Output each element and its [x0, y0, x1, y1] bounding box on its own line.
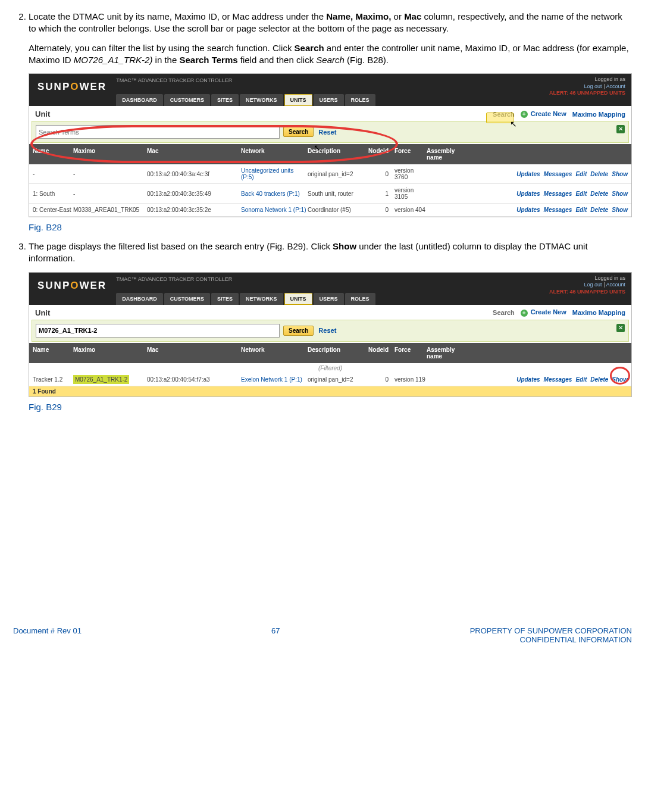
col-mac[interactable]: Mac — [147, 148, 241, 161]
unit-toolbar: Unit Search + Create New Maximo Mapping — [29, 106, 631, 121]
table-row: Tracker 1.2M0726_A1_TRK1-200:13:a2:00:40… — [29, 373, 631, 386]
action-show[interactable]: Show — [612, 376, 628, 383]
grid-body: --00:13:a2:00:40:3a:4c:3fUncategorized u… — [29, 164, 631, 217]
step-2: Locate the DTMAC unit by its name, Maxim… — [29, 11, 632, 232]
col-assembly[interactable]: Assembly name — [427, 148, 465, 161]
action-show[interactable]: Show — [612, 207, 628, 213]
cell-force: version 3105 — [394, 187, 427, 200]
bold: Mac — [404, 11, 421, 21]
search-link[interactable]: Search — [493, 309, 515, 316]
tab-customers[interactable]: CUSTOMERS — [164, 94, 210, 106]
action-updates[interactable]: Updates — [516, 376, 540, 383]
unit-toolbar: Unit Search + Create New Maximo Mapping — [29, 305, 631, 320]
col-force[interactable]: Force — [394, 148, 427, 161]
tab-users[interactable]: USERS — [314, 94, 344, 106]
col-network[interactable]: Network — [241, 148, 308, 161]
step-2-para-1: Locate the DTMAC unit by its name, Maxim… — [29, 11, 632, 35]
action-edit[interactable]: Edit — [575, 207, 587, 213]
action-show[interactable]: Show — [612, 171, 628, 177]
search-link[interactable]: Search — [493, 111, 515, 118]
italic: Search — [316, 55, 345, 65]
tab-dashboard[interactable]: DASHBOARD — [116, 94, 163, 106]
cell-network[interactable]: Sonoma Network 1 (P:1) — [241, 207, 308, 213]
create-new-link[interactable]: + Create New — [521, 308, 566, 316]
action-edit[interactable]: Edit — [575, 376, 587, 383]
col-mac[interactable]: Mac — [147, 346, 241, 360]
tab-networks[interactable]: NETWORKS — [240, 293, 283, 305]
action-delete[interactable]: Delete — [590, 207, 608, 213]
maximo-mapping-link[interactable]: Maximo Mapping — [572, 309, 625, 316]
bold: Search Terms — [179, 55, 237, 65]
footer-conf: CONFIDENTIAL INFORMATION — [470, 635, 632, 644]
action-updates[interactable]: Updates — [516, 207, 540, 213]
login-info: Logged in as Log out | Account ALERT: 46… — [549, 273, 631, 296]
action-edit[interactable]: Edit — [575, 190, 587, 197]
logout-link[interactable]: Log out — [584, 83, 602, 89]
italic: MO726_A1_TRK-2) — [74, 55, 153, 65]
action-delete[interactable]: Delete — [590, 171, 608, 177]
tab-networks[interactable]: NETWORKS — [240, 94, 283, 106]
col-description[interactable]: Description — [308, 148, 359, 161]
col-description[interactable]: Description — [308, 346, 359, 360]
col-force[interactable]: Force — [394, 346, 427, 360]
action-messages[interactable]: Messages — [544, 376, 572, 383]
alert-unmapped[interactable]: ALERT: 46 UNMAPPED UNITS — [549, 289, 625, 296]
tab-units[interactable]: UNITS — [284, 94, 312, 106]
reset-link[interactable]: Reset — [318, 327, 336, 334]
tab-roles[interactable]: ROLES — [345, 293, 375, 305]
col-network[interactable]: Network — [241, 346, 308, 360]
account-link[interactable]: Account — [606, 282, 625, 288]
cell-network[interactable]: Uncategorized units (P:5) — [241, 167, 308, 180]
screenshot-fig-b28: SUNPOWER TMAC™ ADVANCED TRACKER CONTROLL… — [29, 73, 632, 217]
maximo-mapping-link[interactable]: Maximo Mapping — [572, 111, 625, 118]
tab-customers[interactable]: CUSTOMERS — [164, 293, 210, 305]
col-nodeid[interactable]: Nodeid — [359, 346, 394, 360]
tab-users[interactable]: USERS — [314, 293, 344, 305]
cell-force: version 3760 — [394, 167, 427, 180]
search-input[interactable] — [36, 125, 280, 139]
reset-link[interactable]: Reset — [318, 129, 336, 136]
nav-tabs: DASHBOARD CUSTOMERS SITES NETWORKS UNITS… — [116, 83, 549, 106]
tab-dashboard[interactable]: DASHBOARD — [116, 293, 163, 305]
col-maximo[interactable]: Maximo — [73, 346, 147, 360]
tab-roles[interactable]: ROLES — [345, 94, 375, 106]
tab-sites[interactable]: SITES — [211, 293, 239, 305]
close-icon[interactable]: ✕ — [616, 125, 625, 133]
action-show[interactable]: Show — [612, 190, 628, 197]
tab-units[interactable]: UNITS — [284, 293, 312, 305]
action-updates[interactable]: Updates — [516, 190, 540, 197]
search-input[interactable] — [36, 324, 280, 338]
create-new-link[interactable]: + Create New — [521, 110, 566, 118]
cell-network[interactable]: Back 40 trackers (P:1) — [241, 190, 308, 197]
close-icon[interactable]: ✕ — [616, 324, 625, 332]
logo-o: O — [70, 81, 79, 92]
cell-description: Coordinator (#5) — [308, 207, 359, 213]
table-row: 1: South-00:13:a2:00:40:3c:35:49Back 40 … — [29, 184, 631, 204]
action-edit[interactable]: Edit — [575, 171, 587, 177]
cell-maximo: M0338_AREA01_TRK05 — [73, 207, 147, 213]
action-messages[interactable]: Messages — [544, 171, 572, 177]
cell-nodeid: 0 — [359, 171, 394, 177]
action-messages[interactable]: Messages — [544, 207, 572, 213]
col-name[interactable]: Name — [33, 346, 73, 360]
tab-sites[interactable]: SITES — [211, 94, 239, 106]
action-updates[interactable]: Updates — [516, 171, 540, 177]
text: field and then click — [240, 55, 317, 65]
create-new-label: Create New — [531, 308, 566, 316]
col-maximo[interactable]: Maximo — [73, 148, 147, 161]
account-link[interactable]: Account — [606, 83, 625, 89]
logged-in-label: Logged in as — [594, 76, 625, 82]
col-name[interactable]: Name — [33, 148, 73, 161]
alert-unmapped[interactable]: ALERT: 46 UNMAPPED UNITS — [549, 90, 625, 97]
col-nodeid[interactable]: Nodeid — [359, 148, 394, 161]
action-delete[interactable]: Delete — [590, 190, 608, 197]
action-delete[interactable]: Delete — [590, 376, 608, 383]
search-button[interactable]: Search — [283, 326, 314, 336]
footer-property: PROPERTY OF SUNPOWER CORPORATION — [470, 626, 632, 635]
action-messages[interactable]: Messages — [544, 190, 572, 197]
col-assembly[interactable]: Assembly name — [427, 346, 465, 360]
logout-link[interactable]: Log out — [584, 282, 602, 288]
cell-network[interactable]: Exelon Network 1 (P:1) — [241, 376, 308, 383]
search-button[interactable]: Search — [283, 127, 314, 137]
footer-confidential: PROPERTY OF SUNPOWER CORPORATION CONFIDE… — [470, 626, 632, 644]
